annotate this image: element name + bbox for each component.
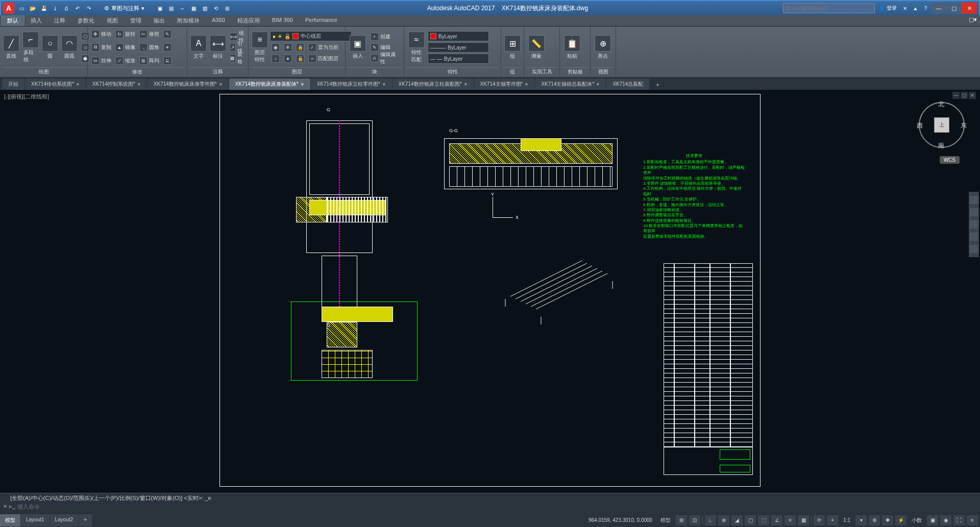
fillet-button[interactable]: ◟圆角 [138,42,161,53]
workspace-switcher[interactable]: ⚙ 草图与注释 ▾ [104,5,144,12]
isodraft-toggle-icon[interactable]: ◢ [731,515,743,525]
close-icon[interactable]: ✕ [596,82,600,87]
file-tab[interactable]: XK714主轴零件图*✕ [474,79,535,90]
circle-button[interactable]: ○圆 [41,33,59,62]
exchange-icon[interactable]: ✕ [903,6,907,11]
layout-tab-2[interactable]: Layout2 [50,514,79,526]
annoscale[interactable]: 1:1 [840,517,853,523]
nav-showmotion-icon[interactable] [970,245,978,253]
file-tab[interactable]: 开始 [2,79,24,90]
new-tab-button[interactable]: + [650,80,665,90]
measure-button[interactable]: 📏测量 [526,33,547,62]
qat-redo-icon[interactable]: ↷ [84,3,94,13]
copy-button[interactable]: ⧉复制 [90,42,113,53]
ribbon-tab-insert[interactable]: 插入 [24,15,48,26]
annoscale-icon[interactable]: ▾ [855,515,867,525]
ribbon-tab-featured[interactable]: 精选应用 [231,15,266,26]
3dosnap-toggle-icon[interactable]: ⬚ [758,515,769,525]
move-button[interactable]: ✥移动 [90,29,113,39]
scale-button[interactable]: ⤢缩放 [114,56,137,66]
group-button[interactable]: ⊞组 [503,33,522,62]
lineweight-dropdown[interactable]: ———ByLayer [428,42,489,53]
signin-button[interactable]: 👤 登录 [879,5,897,12]
file-tab[interactable]: XK714传动系统图*✕ [25,79,86,90]
basepoint-button[interactable]: ⊕基点 [593,33,613,62]
qat-save-icon[interactable]: 💾 [39,3,49,13]
qat-btn-6[interactable]: ⟲ [211,3,221,13]
help-search-input[interactable] [783,3,875,13]
file-tab[interactable]: XK714主轴箱总装配体*✕ [535,79,606,90]
create-block-button[interactable]: +创建 [369,32,402,42]
insert-block-button[interactable]: ▣插入 [348,33,368,62]
maximize-button[interactable]: ▢ [946,3,962,14]
qat-btn-2[interactable]: ▤ [166,3,176,13]
qat-new-icon[interactable]: ▭ [16,3,27,13]
ribbon-tab-performance[interactable]: Performance [299,15,344,26]
a360-icon[interactable]: ▲ [913,6,918,11]
close-button[interactable]: ✕ [962,3,977,14]
viewcube-east[interactable]: 东 [961,121,967,130]
array-button[interactable]: ⊞阵列 [138,56,161,66]
qat-btn-1[interactable]: ▣ [155,3,165,13]
app-menu-button[interactable]: A [3,3,14,14]
layer-lock-button[interactable]: 🔒 [295,42,306,53]
layer-freeze-button[interactable]: ❄ [282,42,293,53]
color-dropdown[interactable]: ByLayer [428,31,489,41]
qat-btn-7[interactable]: ⊞ [222,3,232,13]
qat-btn-5[interactable]: ▧ [200,3,210,13]
qat-open-icon[interactable]: 📂 [28,3,38,13]
add-layout-button[interactable]: + [79,514,92,526]
cmd-close-icon[interactable]: ✕ [3,504,7,509]
polyline-button[interactable]: ⌐多段线 [21,30,40,65]
viewcube-south[interactable]: 南 [938,141,944,150]
close-icon[interactable]: ✕ [219,82,223,87]
ribbon-tab-annotate[interactable]: 注释 [48,15,71,26]
customize-icon[interactable]: ≡ [967,515,978,525]
text-button[interactable]: A文字 [189,33,208,62]
nav-orbit-icon[interactable] [970,220,978,229]
nav-zoom-icon[interactable] [970,208,978,216]
match-layer-button[interactable]: ≈匹配图层 [307,54,340,64]
layer-dropdown[interactable]: ● ☀ 🔓 中心线层 [270,31,352,41]
ribbon-tab-view[interactable]: 视图 [101,15,124,26]
nav-pan-icon[interactable] [970,196,978,204]
close-icon[interactable]: ✕ [301,82,304,87]
viewcube-face[interactable]: 上 [934,117,949,133]
snap-toggle-icon[interactable]: ⊡ [689,515,700,525]
ribbon-tab-manage[interactable]: 管理 [124,15,148,26]
layer-on-button[interactable]: ● [282,54,293,64]
transparency-toggle-icon[interactable]: ▦ [798,515,809,525]
close-icon[interactable]: ✕ [382,82,386,87]
match-props-button[interactable]: ≈特性 匹配 [406,30,427,65]
help-icon[interactable]: ? [924,6,927,11]
ribbon-tab-addins[interactable]: 附加模块 [171,15,206,26]
cleanscreen-icon[interactable]: ⛶ [953,515,965,525]
ribbon-tab-output[interactable]: 输出 [148,15,171,26]
vp-close-icon[interactable]: ✕ [969,92,976,99]
qat-undo-icon[interactable]: ↶ [72,3,83,13]
trim-button[interactable]: ✂修剪 [138,29,161,39]
erase-button[interactable]: ✎ [162,29,173,39]
paste-button[interactable]: 📋粘贴 [562,33,582,62]
viewcube-north[interactable]: 北 [938,100,944,109]
file-tab[interactable]: XK714数控铣床立柱装配图*✕ [393,79,474,90]
close-icon[interactable]: ✕ [525,82,528,87]
quickprops-icon[interactable]: ▣ [927,515,938,525]
layout-tab-1[interactable]: Layout1 [21,514,50,526]
viewcube[interactable]: 上 北 南 东 西 [919,102,965,148]
line-button[interactable]: ╱直线 [2,33,20,62]
file-tab-active[interactable]: XK714数控铣床床身装配体*✕ [229,79,310,90]
annotation-vis-icon[interactable]: ✱ [882,515,893,525]
units-label[interactable]: 小数 [909,517,925,524]
arc-button[interactable]: ◠圆弧 [60,33,79,62]
close-icon[interactable]: ✕ [76,82,80,87]
drawing-area[interactable]: [-][俯视][二维线框] — ▢ ✕ 上 北 南 东 西 WCS G G G-… [0,90,980,493]
minimize-button[interactable]: — [931,3,946,14]
command-input[interactable] [17,504,977,510]
wcs-badge[interactable]: WCS [940,156,960,164]
cycling-toggle-icon[interactable]: ⟳ [814,515,825,525]
rotate-button[interactable]: ↻旋转 [114,29,137,39]
vp-maximize-icon[interactable]: ▢ [961,92,968,99]
qat-btn-3[interactable]: ↔ [177,3,187,13]
isolate-icon[interactable]: ◉ [940,515,951,525]
